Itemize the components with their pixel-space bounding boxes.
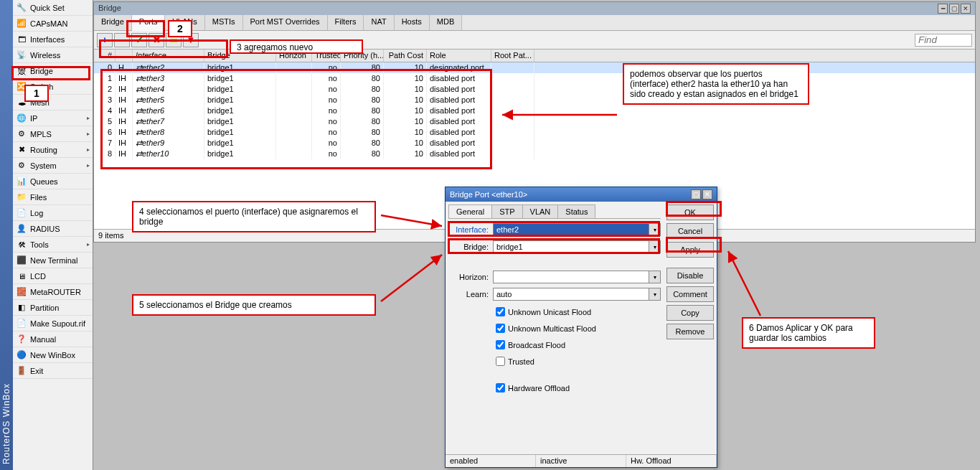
close-icon[interactable]: ✕ [961,4,971,14]
sidebar-item-tools[interactable]: 🛠Tools▸ [13,237,93,253]
tab-nat[interactable]: NAT [364,15,394,30]
apply-button[interactable]: Apply [666,242,714,258]
column-header[interactable]: Bridge [204,50,276,62]
sidebar-item-switch[interactable]: 🔀Switch [13,79,93,95]
table-row[interactable]: 8IH⇄ether10bridge1no8010disabled port [94,149,975,159]
comment-button[interactable]: ▭ [166,33,182,47]
filter-button[interactable]: ▼ [183,33,199,47]
bridge-window-title: Bridge [98,4,121,12]
table-row[interactable]: 4IH⇄ether6bridge1no8010disabled port [94,105,975,116]
ok-button[interactable]: OK [666,205,714,220]
menu-icon: ❓ [16,334,27,345]
unknown-multicast-flood-checkbox[interactable] [496,324,505,333]
column-header[interactable]: Root Pat... [491,50,534,62]
remove-button[interactable]: − [114,33,130,47]
column-header[interactable]: # [94,50,116,62]
learn-field[interactable] [493,288,649,301]
sidebar-item-system[interactable]: ⚙System▸ [13,158,93,174]
tab-filters[interactable]: Filters [328,15,364,30]
menu-label: MPLS [30,130,52,138]
sidebar-item-partition[interactable]: ◧Partition [13,300,93,316]
dialog-tab-general[interactable]: General [448,205,492,218]
column-header[interactable]: Trusted [312,50,341,62]
trusted-checkbox[interactable] [496,357,505,366]
tab-port-mst-overrides[interactable]: Port MST Overrides [243,15,328,30]
tab-mstis[interactable]: MSTIs [205,15,243,30]
sidebar-item-wireless[interactable]: 📡Wireless [13,47,93,63]
table-row[interactable]: 1IH⇄ether3bridge1no8010disabled port [94,73,975,84]
interface-dropdown-icon[interactable]: ▾ [649,223,661,236]
dialog-maximize-icon[interactable]: ▢ [691,189,701,199]
tab-mdb[interactable]: MDB [430,15,462,30]
table-row[interactable]: 7IH⇄ether9bridge1no8010disabled port [94,138,975,149]
tab-vlans[interactable]: VLANs [165,15,204,30]
toolbar: + − ✔ ✖ ▭ ▼ [94,31,975,50]
unknown-unicast-flood-checkbox[interactable] [496,307,505,316]
sidebar-item-radius[interactable]: 👤RADIUS [13,221,93,237]
maximize-icon[interactable]: ▢ [949,4,959,14]
broadcast-flood-checkbox[interactable] [496,340,505,349]
disable-button[interactable]: ✖ [149,33,164,47]
column-header[interactable]: Role [427,50,491,62]
interface-field[interactable] [493,223,649,236]
horizon-field[interactable] [493,271,649,283]
sidebar-item-metarouter[interactable]: 🧱MetaROUTER [13,284,93,300]
menu-label: Manual [30,335,56,344]
tab-ports[interactable]: Ports [132,15,166,31]
sidebar-item-capsman[interactable]: 📶CAPsMAN [13,16,93,32]
sidebar-item-new-terminal[interactable]: ⬛New Terminal [13,253,93,268]
horizon-dropdown-icon[interactable]: ▾ [649,271,661,283]
tab-hosts[interactable]: Hosts [395,15,430,30]
comment-button[interactable]: Comment [666,286,714,302]
dialog-tab-stp[interactable]: STP [491,205,522,218]
dialog-tab-status[interactable]: Status [557,205,595,218]
enable-button[interactable]: ✔ [131,33,147,47]
cancel-button[interactable]: Cancel [666,223,714,239]
sidebar-item-new-winbox[interactable]: 🔵New WinBox [13,347,93,363]
table-row[interactable]: 5IH⇄ether7bridge1no8010disabled port [94,116,975,127]
bridge-label: Bridge: [448,243,489,251]
minimize-icon[interactable]: ━ [938,4,948,14]
sidebar-item-bridge[interactable]: 🕸Bridge [13,63,93,79]
sidebar-item-lcd[interactable]: 🖥LCD [13,268,93,284]
column-header[interactable]: Path Cost [384,50,427,62]
table-row[interactable]: 2IH⇄ether4bridge1no8010disabled port [94,84,975,95]
bridge-field[interactable] [493,240,649,253]
menu-label: New Terminal [30,256,77,265]
column-header[interactable]: Priority (h... [341,50,384,62]
table-row[interactable]: 3IH⇄ether5bridge1no8010disabled port [94,95,975,105]
sidebar-item-queues[interactable]: 📊Queues [13,174,93,189]
tab-bridge[interactable]: Bridge [94,15,132,30]
menu-label: CAPsMAN [30,19,68,28]
sidebar-item-interfaces[interactable]: 🗔Interfaces [13,32,93,47]
menu-label: New WinBox [30,351,75,359]
remove-button[interactable]: Remove [666,324,714,339]
find-input[interactable] [915,34,972,47]
column-header[interactable]: Horizon [276,50,312,62]
sidebar-item-make-supout.rif[interactable]: 📄Make Supout.rif [13,316,93,332]
sidebar-item-manual[interactable]: ❓Manual [13,332,93,347]
copy-button[interactable]: Copy [666,305,714,321]
sidebar-item-ip[interactable]: 🌐IP▸ [13,111,93,126]
column-header[interactable]: Interface [133,50,204,62]
sidebar-item-log[interactable]: 📄Log [13,205,93,221]
column-header[interactable] [116,50,133,62]
bridge-dropdown-icon[interactable]: ▾ [649,240,661,253]
menu-icon: 🔵 [16,349,27,361]
add-button[interactable]: + [97,33,113,47]
sidebar-item-exit[interactable]: 🚪Exit [13,363,93,379]
dialog-close-icon[interactable]: ✕ [702,189,712,199]
sidebar-item-mesh[interactable]: 🕳Mesh [13,95,93,111]
disable-button[interactable]: Disable [666,268,714,283]
dialog-tab-vlan[interactable]: VLAN [522,205,559,218]
sidebar-item-mpls[interactable]: ⚙MPLS▸ [13,126,93,142]
sidebar-item-routing[interactable]: ✖Routing▸ [13,142,93,158]
sidebar-item-files[interactable]: 📁Files [13,189,93,205]
learn-dropdown-icon[interactable]: ▾ [649,288,661,301]
sidebar-item-quick-set[interactable]: 🔧Quick Set [13,0,93,16]
table-row[interactable]: 6IH⇄ether8bridge1no8010disabled port [94,127,975,138]
bridge-tabs: BridgePortsVLANsMSTIsPort MST OverridesF… [94,15,975,31]
hardware-offload-checkbox[interactable] [496,383,505,393]
table-row[interactable]: 0H⇄ether2bridge1no8010designated port [94,62,975,73]
menu-label: RADIUS [30,225,60,233]
